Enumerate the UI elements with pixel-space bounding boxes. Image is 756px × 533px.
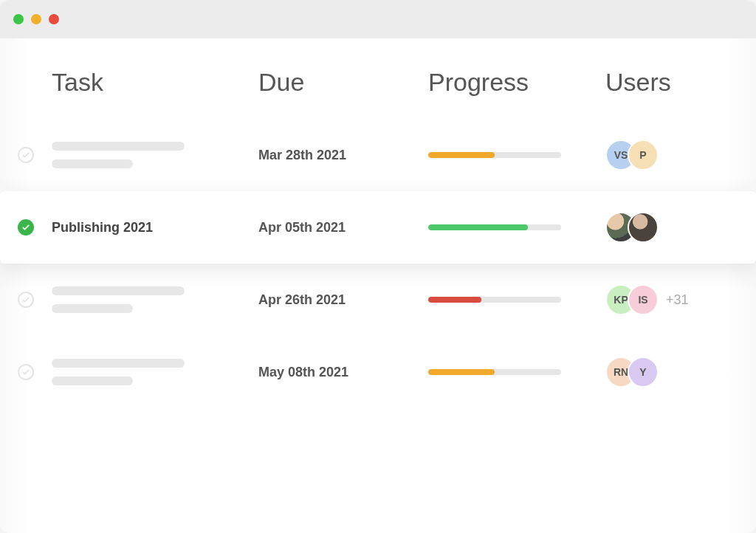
- table-row[interactable]: Mar 28th 2021VSP: [0, 119, 756, 191]
- check-icon: [21, 223, 30, 232]
- check-icon: [21, 151, 30, 159]
- check-icon: [21, 295, 30, 304]
- col-header-progress: Progress: [428, 68, 605, 97]
- task-complete-toggle[interactable]: [18, 364, 34, 380]
- avatar[interactable]: IS: [628, 284, 659, 315]
- task-complete-toggle[interactable]: [18, 292, 34, 308]
- user-overflow-count[interactable]: +31: [666, 292, 689, 308]
- avatar[interactable]: P: [628, 140, 659, 171]
- due-date: Mar 28th 2021: [258, 148, 428, 163]
- col-header-due: Due: [258, 68, 428, 97]
- avatar[interactable]: Y: [628, 357, 659, 388]
- titlebar: [0, 0, 756, 38]
- progress-bar: [428, 297, 561, 303]
- traffic-light-minimize-icon[interactable]: [31, 14, 41, 24]
- due-date: May 08th 2021: [258, 365, 428, 380]
- app-window: Task Due Progress Users Mar 28th 2021VSP…: [0, 0, 756, 533]
- traffic-light-zoom-icon[interactable]: [49, 14, 59, 24]
- due-date: Apr 26th 2021: [258, 292, 428, 308]
- task-name-placeholder: [52, 286, 258, 313]
- table-row[interactable]: May 08th 2021RNY: [0, 336, 756, 408]
- progress-bar: [428, 224, 561, 230]
- progress-bar: [428, 369, 561, 375]
- task-name-placeholder: [52, 142, 258, 168]
- table-row[interactable]: Apr 26th 2021KPIS+31: [0, 264, 756, 336]
- task-complete-toggle[interactable]: [18, 219, 34, 235]
- traffic-light-close-icon[interactable]: [13, 14, 24, 24]
- table-header: Task Due Progress Users: [0, 38, 756, 119]
- col-header-users: Users: [605, 68, 753, 97]
- table-row[interactable]: Publishing 2021Apr 05th 2021: [0, 191, 756, 264]
- due-date: Apr 05th 2021: [258, 220, 428, 235]
- progress-bar: [428, 152, 561, 158]
- task-table: Task Due Progress Users Mar 28th 2021VSP…: [0, 38, 756, 408]
- col-header-task: Task: [52, 68, 258, 97]
- avatar[interactable]: [628, 212, 659, 243]
- task-name: Publishing 2021: [52, 220, 258, 235]
- task-name-placeholder: [52, 359, 258, 385]
- check-icon: [21, 368, 30, 376]
- task-complete-toggle[interactable]: [18, 147, 34, 163]
